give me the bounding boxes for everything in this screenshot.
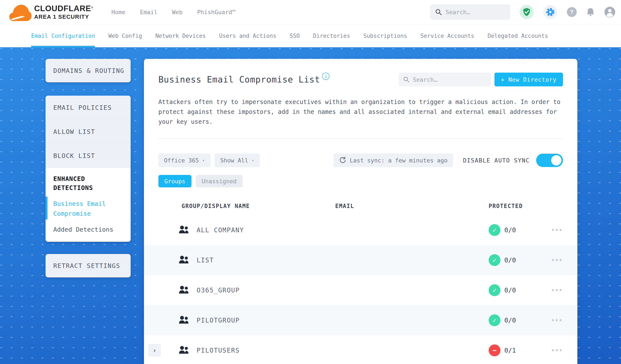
account-button[interactable] [604, 6, 615, 17]
tab-groups[interactable]: Groups [158, 175, 191, 187]
group-name: O365_GROUP [197, 286, 335, 294]
page-description: Attackers often try to impersonate execu… [158, 97, 565, 127]
chevron-down-icon: ▾ [252, 158, 254, 163]
group-icon [178, 315, 197, 325]
user-avatar-icon [604, 6, 615, 17]
search-icon [435, 9, 442, 15]
tab-subscriptions[interactable]: Subscriptions [363, 24, 407, 47]
protected-status-icon: ✓ [489, 314, 500, 326]
section-nav: Email Configuration Web Config Network D… [0, 24, 621, 47]
row-menu-button[interactable] [552, 319, 565, 321]
nav-phishguard[interactable]: PhishGuard™ [197, 9, 236, 16]
tab-web-config[interactable]: Web Config [108, 24, 142, 47]
table-row: › PILOTUSERS − 0/1 [144, 335, 577, 364]
group-icon [178, 225, 197, 235]
cloudflare-logo[interactable]: CLOUDFLARE® AREA 1 SECURITY [9, 2, 93, 22]
sidebar-policies-card: EMAIL POLICIES ALLOW LIST BLOCK LIST ENH… [46, 96, 131, 242]
global-search-placeholder: Search… [446, 9, 470, 16]
table-row: › O365_GROUP ✓ 0/0 [144, 275, 577, 305]
protected-status-icon: ✓ [489, 284, 500, 296]
row-menu-button[interactable] [552, 259, 565, 261]
sidebar-item-block-list[interactable]: BLOCK LIST [46, 144, 131, 168]
active-indicator-bar [46, 197, 48, 219]
directory-search-input[interactable]: Search… [399, 73, 491, 87]
sidebar-item-domains-routing[interactable]: DOMAINS & ROUTING [46, 59, 131, 82]
main-panel: Business Email Compromise List i Search…… [144, 59, 577, 364]
table-header: GROUP/DISPLAY NAME EMAIL PROTECTED [144, 197, 577, 215]
security-shield-button[interactable] [519, 5, 534, 19]
help-button[interactable]: ? [567, 7, 577, 17]
new-directory-button[interactable]: + New Directory [494, 73, 563, 87]
protected-count: 0/0 [504, 226, 516, 234]
row-menu-button[interactable] [552, 289, 565, 291]
top-nav: Home Email Web PhishGuard™ [111, 9, 236, 16]
group-name: PILOTGROUP [197, 316, 335, 324]
protected-status-icon: ✓ [489, 224, 500, 236]
last-sync-button[interactable]: Last sync: a few minutes ago [333, 154, 453, 167]
tab-users-and-actions[interactable]: Users and Actions [219, 24, 276, 47]
refresh-icon [339, 157, 346, 164]
settings-button[interactable] [543, 5, 557, 19]
gear-icon [546, 8, 555, 17]
tab-network-devices[interactable]: Network Devices [155, 24, 206, 47]
group-icon [178, 285, 197, 295]
tab-sso[interactable]: SSO [290, 24, 300, 47]
section-divider [158, 139, 563, 139]
nav-home[interactable]: Home [111, 9, 125, 16]
sidebar-item-retract-settings[interactable]: RETRACT SETTINGS [46, 254, 131, 277]
protected-cell: ✓ 0/0 [489, 254, 548, 266]
protected-cell: ✓ 0/0 [489, 314, 548, 326]
groups-table: GROUP/DISPLAY NAME EMAIL PROTECTED › ALL… [144, 197, 577, 364]
notifications-button[interactable] [586, 7, 595, 17]
info-icon[interactable]: i [322, 73, 329, 80]
column-email: EMAIL [335, 203, 489, 209]
column-group-display-name: GROUP/DISPLAY NAME [182, 203, 335, 209]
group-name: PILOTUSERS [197, 347, 335, 354]
show-filter-select[interactable]: Show All ▾ [215, 154, 260, 167]
tab-service-accounts[interactable]: Service Accounts [420, 24, 474, 47]
protected-status-icon: ✓ [489, 254, 500, 266]
directory-select[interactable]: Office 365 ▾ [158, 154, 210, 167]
directory-search-placeholder: Search… [413, 76, 437, 83]
chevron-down-icon: ▾ [202, 158, 205, 163]
brand-name: CLOUDFLARE® [34, 4, 93, 13]
top-header: CLOUDFLARE® AREA 1 SECURITY Home Email W… [0, 0, 621, 24]
sidebar-item-enhanced-detections[interactable]: ENHANCED DETECTIONS [53, 174, 109, 192]
sidebar-item-allow-list[interactable]: ALLOW LIST [46, 120, 131, 144]
nav-email[interactable]: Email [140, 9, 157, 16]
protected-status-icon: − [489, 345, 500, 356]
tab-directories[interactable]: Directories [313, 24, 350, 47]
toggle-knob [551, 155, 561, 165]
row-menu-button[interactable] [552, 229, 565, 231]
sidebar-section-enhanced-detections: ENHANCED DETECTIONS Business Email Compr… [46, 168, 131, 242]
group-name: ALL COMPANY [197, 226, 335, 234]
table-row: › ALL COMPANY ✓ 0/0 [144, 215, 577, 245]
auto-sync-label: DISABLE AUTO SYNC [463, 157, 530, 164]
nav-web[interactable]: Web [172, 9, 183, 16]
protected-count: 0/0 [504, 316, 516, 324]
protected-count: 0/0 [504, 256, 516, 264]
view-tabs: Groups Unassigned [158, 175, 563, 187]
sidebar-item-email-policies[interactable]: EMAIL POLICIES [46, 96, 131, 120]
auto-sync-toggle[interactable] [536, 154, 563, 167]
expand-row-button[interactable]: › [148, 344, 161, 356]
tab-delegated-accounts[interactable]: Delegated Accounts [488, 24, 548, 47]
column-protected: PROTECTED [489, 203, 548, 209]
header-actions: Search… ? [430, 4, 615, 20]
registered-mark: ® [91, 6, 93, 9]
global-search-input[interactable]: Search… [430, 4, 510, 20]
brand-subname: AREA 1 SECURITY [34, 14, 93, 19]
shield-check-icon [523, 8, 531, 16]
sidebar-item-business-email-compromise[interactable]: Business Email Compromise [53, 199, 109, 219]
row-menu-button[interactable] [552, 349, 565, 351]
tab-unassigned[interactable]: Unassigned [196, 175, 243, 187]
tab-email-configuration[interactable]: Email Configuration [31, 24, 95, 47]
page-title: Business Email Compromise List [158, 75, 320, 85]
protected-count: 0/1 [504, 347, 516, 354]
table-row: › PILOTGROUP ✓ 0/0 [144, 305, 577, 335]
protected-cell: ✓ 0/0 [489, 224, 548, 236]
bell-icon [586, 7, 595, 17]
sidebar-item-added-detections[interactable]: Added Detections [53, 226, 123, 233]
protected-count: 0/0 [504, 286, 516, 294]
protected-cell: ✓ 0/0 [489, 284, 548, 296]
